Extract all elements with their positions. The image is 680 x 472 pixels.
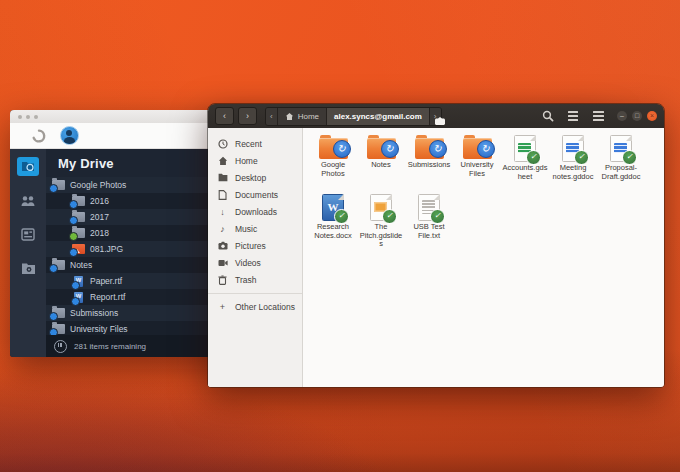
file-label: Notes — [358, 161, 404, 170]
file-item-google-photos[interactable]: Google Photos — [309, 133, 357, 192]
file-item-submissions[interactable]: Submissions — [405, 133, 453, 192]
sidebar-label: Trash — [235, 275, 256, 285]
folder-icon — [217, 173, 228, 182]
image-file-icon — [72, 244, 85, 254]
video-camera-icon — [217, 259, 228, 267]
tree-item-label: Notes — [70, 260, 92, 270]
minimize-button[interactable]: – — [617, 111, 627, 121]
file-label: Meeting notes.gddoc — [550, 164, 596, 181]
check-emblem-icon — [526, 150, 541, 165]
sidebar-item-downloads[interactable]: ↓ Downloads — [208, 203, 302, 220]
check-emblem-icon — [382, 209, 397, 224]
sidebar-label: Other Locations — [235, 302, 295, 312]
document-file-icon — [74, 292, 83, 303]
insync-logo-icon[interactable] — [32, 129, 46, 143]
close-button[interactable]: × — [647, 111, 657, 121]
synced-folder-icon — [415, 138, 444, 159]
tree-item-label: 2017 — [90, 212, 109, 222]
file-item-the-pitch-gdslides[interactable]: The Pitch.gdslides — [357, 192, 405, 251]
file-item-university-files[interactable]: University Files — [453, 133, 501, 192]
files-content-area[interactable]: Google Photos Notes Submissions Universi… — [303, 128, 664, 387]
sidebar-label: Downloads — [235, 207, 277, 217]
sidebar-item-documents[interactable]: Documents — [208, 186, 302, 203]
window-control-dots[interactable] — [18, 115, 38, 119]
sidebar-local-folder-icon[interactable] — [17, 259, 39, 278]
file-item-notes[interactable]: Notes — [357, 133, 405, 192]
synced-folder-icon — [319, 138, 348, 159]
sidebar-label: Home — [235, 156, 258, 166]
forward-button[interactable]: › — [238, 107, 257, 125]
trash-icon — [217, 275, 228, 285]
sync-emblem-icon — [429, 140, 447, 158]
synced-folder-icon — [463, 138, 492, 159]
sidebar-activity-feed-icon[interactable] — [17, 225, 39, 244]
sidebar-label: Music — [235, 224, 257, 234]
sidebar-item-trash[interactable]: Trash — [208, 271, 302, 288]
sidebar-item-desktop[interactable]: Desktop — [208, 169, 302, 186]
search-icon[interactable] — [540, 109, 556, 123]
file-item-research-notes-docx[interactable]: Research Notes.docx — [309, 192, 357, 251]
sidebar-label: Documents — [235, 190, 278, 200]
file-item-meeting-notes-gddoc[interactable]: Meeting notes.gddoc — [549, 133, 597, 192]
desktop-wallpaper: Insync v1.5.4 — [0, 0, 680, 472]
files-headerbar[interactable]: ‹ › ‹ Home alex.syncs@gmail.com › — [208, 104, 664, 128]
sync-badge-icon — [49, 264, 58, 273]
music-note-icon: ♪ — [217, 224, 228, 234]
sync-emblem-icon — [477, 140, 495, 158]
maximize-button[interactable]: □ — [632, 111, 642, 121]
path-bar[interactable]: ‹ Home alex.syncs@gmail.com › — [265, 107, 442, 126]
gdoc-file-icon — [562, 135, 584, 162]
files-sidebar: Recent Home Desktop Documents ↓ Download… — [208, 128, 303, 387]
sidebar-item-pictures[interactable]: Pictures — [208, 237, 302, 254]
account-avatar[interactable] — [60, 126, 79, 145]
check-emblem-icon — [574, 150, 589, 165]
tree-item-label: Submissions — [70, 308, 118, 318]
sidebar-label: Videos — [235, 258, 261, 268]
sidebar-item-other-locations[interactable]: + Other Locations — [208, 298, 302, 315]
home-icon — [285, 112, 294, 121]
sidebar-label: Desktop — [235, 173, 266, 183]
view-toggle-icon[interactable] — [565, 109, 581, 123]
sidebar-label: Pictures — [235, 241, 266, 251]
path-segment-account[interactable]: alex.syncs@gmail.com — [327, 108, 430, 125]
tree-item-label: Paper.rtf — [90, 276, 122, 286]
gdoc-file-icon — [610, 135, 632, 162]
file-item-proposal-draft-gddoc[interactable]: Proposal-Draft.gddoc — [597, 133, 645, 192]
sync-badge-icon — [49, 328, 58, 335]
path-segment-home[interactable]: Home — [278, 108, 327, 125]
path-home-label: Home — [298, 112, 319, 121]
folder-icon — [72, 212, 85, 222]
tree-item-label: 2018 — [90, 228, 109, 238]
status-text: 281 items remaining — [74, 342, 146, 351]
tree-item-label: 2016 — [90, 196, 109, 206]
folder-icon — [52, 308, 65, 318]
file-label: Proposal-Draft.gddoc — [598, 164, 644, 181]
sidebar-mydrive-icon[interactable] — [17, 157, 39, 176]
sidebar-shared-icon[interactable] — [17, 191, 39, 210]
folder-icon — [52, 180, 65, 190]
tree-item-label: Google Photos — [70, 180, 126, 190]
path-scroll-left-button[interactable]: ‹ — [266, 108, 278, 125]
tree-item-label: 081.JPG — [90, 244, 123, 254]
sidebar-item-home[interactable]: Home — [208, 152, 302, 169]
home-icon — [217, 156, 228, 166]
spreadsheet-file-icon — [514, 135, 536, 162]
file-item-usb-test-file-txt[interactable]: USB Test File.txt — [405, 192, 453, 251]
folder-icon — [72, 196, 85, 206]
sidebar-item-music[interactable]: ♪ Music — [208, 220, 302, 237]
hamburger-menu-icon[interactable] — [590, 109, 606, 123]
sync-emblem-icon — [333, 140, 351, 158]
sync-progress-icon[interactable] — [54, 340, 67, 353]
file-item-accounts-gdsheet[interactable]: Accounts.gdsheet — [501, 133, 549, 192]
files-window[interactable]: ‹ › ‹ Home alex.syncs@gmail.com › — [207, 103, 665, 388]
file-label: Submissions — [406, 161, 452, 170]
back-button[interactable]: ‹ — [215, 107, 234, 125]
synced-badge-icon — [69, 232, 78, 241]
sidebar-item-recent[interactable]: Recent — [208, 135, 302, 152]
check-emblem-icon — [334, 209, 349, 224]
sync-badge-icon — [69, 200, 78, 209]
tree-item-label: University Files — [70, 324, 128, 334]
file-label: The Pitch.gdslides — [358, 223, 404, 249]
sidebar-item-videos[interactable]: Videos — [208, 254, 302, 271]
sync-badge-icon — [71, 281, 80, 290]
